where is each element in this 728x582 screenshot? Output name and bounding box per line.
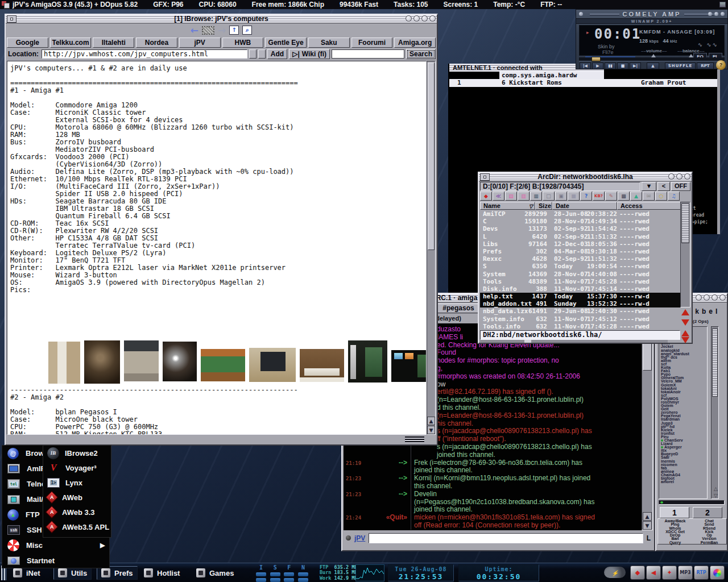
- iconify-gadget-icon[interactable]: [704, 294, 710, 301]
- table-row[interactable]: Disk.info38811-Nov-0717:45:14----rwed: [480, 285, 681, 293]
- arcdir-tool-button[interactable]: ○: [655, 192, 667, 201]
- taskbar-button-games[interactable]: Games: [192, 566, 238, 580]
- depth-gadget-icon[interactable]: [676, 173, 682, 180]
- scroll-down-icon[interactable]: ▼: [643, 521, 652, 530]
- tray-icon-◀[interactable]: ◀: [646, 566, 661, 580]
- arcdir-tool-button[interactable]: KB?: [593, 192, 605, 201]
- scrollbar-thumb[interactable]: [712, 329, 718, 397]
- iconify-dot-icon[interactable]: [708, 12, 712, 16]
- menu-dot-icon[interactable]: [579, 12, 583, 16]
- arcdir-titlebar[interactable]: ArcDir: networkbootdisk6.lha: [479, 173, 692, 181]
- menu-item-misc[interactable]: Misc▶: [2, 538, 109, 553]
- tray-icon-✦[interactable]: ✦: [662, 566, 677, 580]
- table-row[interactable]: AmiTCP28929928-Jun-0820:38:22----rwed: [480, 210, 681, 218]
- list-up-icon[interactable]: [681, 330, 689, 336]
- arcdir-tool-button[interactable]: ◆: [480, 192, 492, 201]
- reload-icon[interactable]: ↑: [229, 26, 239, 35]
- transport-button[interactable]: |◀: [580, 63, 591, 69]
- close-gadget-icon[interactable]: [719, 294, 726, 301]
- table-row[interactable]: nbd_data.lzx6149129-Jun-0812:40:30----rw…: [480, 307, 681, 315]
- seek-knob[interactable]: [592, 57, 601, 61]
- photo-thumbnail[interactable]: [300, 349, 344, 382]
- arcdir-tool-button[interactable]: ▦: [530, 192, 542, 201]
- photo-thumbnail[interactable]: [163, 342, 197, 381]
- column-date[interactable]: Date: [552, 202, 617, 210]
- submenu-item-aweb[interactable]: AWeb: [43, 490, 111, 505]
- depth-gadget-icon[interactable]: [712, 294, 718, 301]
- off-button[interactable]: OFF: [671, 182, 690, 191]
- back-icon[interactable]: ←: [191, 25, 198, 35]
- search-input[interactable]: [332, 49, 404, 59]
- page-content[interactable]: jPV's computers... #1 & #2 are in daily …: [7, 61, 427, 435]
- photo-thumbnail[interactable]: [201, 349, 245, 381]
- submenu-item-aweb3-5-apl[interactable]: AWeb3.5 APL: [43, 519, 111, 534]
- arcdir-tool-button[interactable]: ▤: [505, 192, 517, 201]
- table-row[interactable]: C15918028-Nov-0714:49:34----rwed: [480, 218, 681, 225]
- eject-button[interactable]: ▲: [647, 63, 659, 69]
- transport-button[interactable]: ▶|: [630, 63, 641, 69]
- table-row[interactable]: S6350Today19:00:54----rwed: [480, 263, 681, 270]
- tab-1[interactable]: 1: [660, 507, 689, 518]
- table-row[interactable]: Tools4838911-Nov-0717:45:28----rwed: [480, 278, 681, 285]
- bookmark-button[interactable]: jPV: [179, 38, 221, 48]
- scroll-up-icon[interactable]: ▲: [427, 417, 435, 425]
- news-article-row[interactable]: 1 6 Kickstart Roms Graham Prout: [449, 79, 717, 87]
- arcdir-tool-button[interactable]: ✉: [643, 192, 655, 201]
- url-input[interactable]: [42, 49, 247, 59]
- table-row[interactable]: Prefs30204-Mar-0819:30:18----rwed: [480, 248, 681, 255]
- table-row[interactable]: Rexxc462802-Sep-9211:51:32----rwed: [480, 255, 681, 263]
- table-row[interactable]: Tools.info63211-Nov-0717:45:28----rwed: [480, 323, 681, 329]
- bookmark-button[interactable]: Gentle Eye: [265, 38, 307, 48]
- arcdir-tool-button[interactable]: ✎: [605, 192, 617, 201]
- find-icon[interactable]: ⌕: [242, 26, 252, 35]
- front-gadget-icon[interactable]: [684, 173, 690, 180]
- screen-titlebar[interactable]: jPV's AmigaOS 3.9 (45.3) + DOpus 5.82 GF…: [0, 0, 728, 9]
- iconify-gadget-icon[interactable]: [413, 15, 420, 22]
- iconify-gadget-icon[interactable]: [668, 173, 675, 180]
- nick-list[interactable]: _Kronos_Blacky_StardustgrxmrxKieroSixKJe…: [659, 326, 708, 499]
- table-row[interactable]: L642002-Sep-9211:51:32----rwed: [480, 233, 681, 240]
- table-row[interactable]: help.txt1437Today15:37:30----rw-d: [480, 293, 681, 300]
- tab-2[interactable]: 2: [693, 507, 722, 518]
- ibrowse-titlebar[interactable]: [1] IBrowse: jPV's computers: [6, 15, 437, 23]
- transport-button[interactable]: ▶: [592, 63, 603, 69]
- photo-thumbnail[interactable]: [84, 340, 120, 384]
- arcdir-tool-button[interactable]: ≪: [493, 192, 504, 201]
- photo-thumbnail[interactable]: [48, 342, 80, 384]
- tray-icon-MP3[interactable]: MP3: [678, 566, 693, 580]
- resize-gadget-icon[interactable]: [405, 436, 424, 443]
- close-dot-icon[interactable]: [721, 12, 725, 16]
- bookmark-button[interactable]: Iltalehti: [93, 38, 134, 48]
- table-row[interactable]: Libs9716412-Dec-0318:05:36----rwed: [480, 240, 681, 248]
- scroll-up-icon[interactable]: ▲: [643, 512, 652, 521]
- path-field[interactable]: DH2:nbd/networkbootdisk6.lha/: [480, 330, 680, 340]
- list-item-nick[interactable]: amorel: [661, 480, 707, 484]
- photo-thumbnail[interactable]: [124, 340, 159, 381]
- add-button[interactable]: Add: [267, 49, 287, 59]
- tray-icon-RTP[interactable]: RTP: [694, 566, 709, 580]
- bookmark-button[interactable]: HWB: [222, 38, 264, 48]
- horizontal-scrollbar[interactable]: [480, 340, 668, 343]
- scroll-down-icon[interactable]: ▼: [427, 426, 435, 434]
- shade-dot-icon[interactable]: [714, 12, 718, 16]
- arcdir-tool-button[interactable]: ▲: [630, 192, 642, 201]
- table-row[interactable]: System.info63211-Nov-0717:45:12----rwed: [480, 315, 681, 323]
- table-row[interactable]: nbd_addon.txt491Sunday13:52:32----rw-d: [480, 300, 681, 307]
- photo-thumbnail[interactable]: [391, 350, 427, 382]
- action-button[interactable]: PermBan: [692, 541, 726, 544]
- arcdir-tool-button[interactable]: ■: [568, 192, 580, 201]
- arcdir-tool-button[interactable]: ▩: [618, 192, 630, 201]
- scroll-up-icon[interactable]: [681, 309, 689, 315]
- submenu-item-aweb-3-3[interactable]: AWeb 3.3: [43, 505, 111, 519]
- parent-button[interactable]: <: [657, 182, 670, 191]
- screen-depth-icon[interactable]: [719, 2, 726, 7]
- tray-icon-◆[interactable]: ◆: [630, 566, 645, 580]
- bookmark-button[interactable]: Amiga.org: [394, 38, 436, 48]
- weather-icon[interactable]: [604, 567, 626, 578]
- bookmark-button[interactable]: Saku: [308, 38, 350, 48]
- scroll-down-icon[interactable]: ▽: [714, 493, 718, 498]
- taskbar-button-hotlist[interactable]: Hotlist: [140, 566, 184, 580]
- forward-icon[interactable]: →: [218, 25, 226, 35]
- cd-tray-icon[interactable]: [710, 566, 725, 580]
- submenu-item-voyager-[interactable]: Voyager³: [43, 460, 111, 475]
